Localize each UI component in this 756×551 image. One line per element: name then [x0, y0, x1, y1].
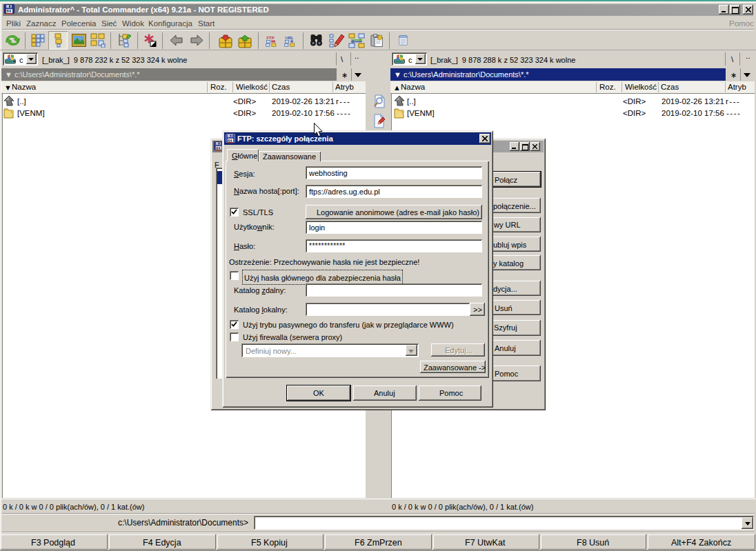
svg-text:URL: URL [285, 36, 294, 40]
svg-text:64: 64 [228, 139, 232, 143]
svg-text:64: 64 [6, 9, 11, 13]
svg-text:64: 64 [216, 146, 221, 150]
svg-text:FTP: FTP [266, 36, 274, 40]
